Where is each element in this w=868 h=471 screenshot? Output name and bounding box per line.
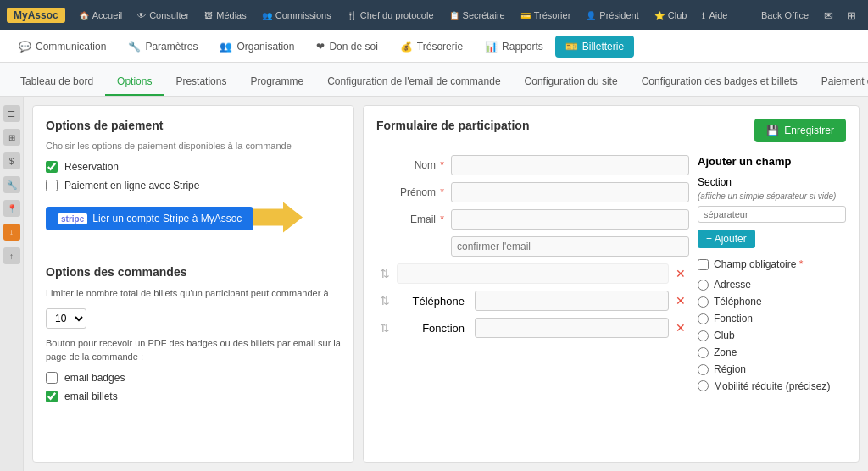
prenom-label: Prénom * (376, 186, 444, 198)
confirm-email-input[interactable] (451, 236, 689, 257)
tab-config-email[interactable]: Configuration de l'email de commande (315, 69, 512, 96)
nav-medias[interactable]: 🖼Médias (198, 7, 253, 24)
tab-config-badges[interactable]: Configuration des badges et billets (630, 69, 810, 96)
add-field-panel: Ajouter un champ Section (affiche un sim… (698, 155, 846, 399)
radio-fonction: Fonction (698, 313, 846, 324)
mandatory-star: * (799, 258, 804, 270)
tab-paiement-en-ligne[interactable]: Paiement en ligne (810, 69, 868, 96)
sidebar-icon-5[interactable]: 📍 (3, 200, 20, 217)
main-area: ☰ ⊞ $ 🔧 📍 ↓ ↑ Options de paiement Choisi… (0, 97, 868, 471)
nav-president[interactable]: 👤Président (579, 7, 645, 24)
radio-telephone: Téléphone (698, 296, 846, 308)
tab-programme[interactable]: Programme (238, 69, 315, 96)
stripe-checkbox[interactable] (46, 180, 58, 191)
sidebar-icon-2[interactable]: ⊞ (3, 129, 20, 146)
tab-tableau-de-bord[interactable]: Tableau de bord (8, 69, 105, 96)
sec-rapports[interactable]: 📊Rapports (475, 36, 554, 58)
brand-logo[interactable]: MyAssoc (7, 8, 65, 23)
delete-fonction-button[interactable]: ✕ (672, 321, 689, 335)
sortable-empty-row: ⇅ ✕ (376, 263, 689, 284)
email-input[interactable] (451, 209, 689, 230)
mandatory-checkbox[interactable] (698, 259, 709, 270)
orders-options-title: Options des commandes (46, 265, 341, 279)
radio-club-input[interactable] (698, 330, 709, 341)
radio-adresse-label: Adresse (714, 279, 751, 291)
delete-empty-button[interactable]: ✕ (672, 267, 689, 280)
sec-communication[interactable]: 💬Communication (8, 36, 116, 58)
email-badges-checkbox[interactable] (46, 372, 58, 384)
reservation-checkbox[interactable] (46, 161, 58, 173)
radio-telephone-label: Téléphone (714, 296, 762, 308)
save-button[interactable]: 💾 Enregistrer (754, 119, 846, 142)
panel-header: Formulaire de participation 💾 Enregistre… (376, 119, 846, 142)
payment-options-title: Options de paiement (46, 119, 341, 132)
nom-required-star: * (440, 159, 444, 171)
nav-back-office[interactable]: Back Office (754, 7, 815, 24)
email-required-star: * (440, 213, 444, 225)
sidebar-icon-1[interactable]: ☰ (3, 105, 20, 122)
sec-organisation[interactable]: 👥Organisation (209, 36, 304, 58)
nav-aide[interactable]: ℹAide (695, 7, 734, 24)
sec-billetterie[interactable]: 🎫Billetterie (555, 36, 634, 58)
sec-parametres[interactable]: 🔧Paramètres (118, 36, 208, 58)
nav-chef-protocole[interactable]: 🍴Chef du protocole (340, 7, 441, 24)
radio-zone-input[interactable] (698, 347, 709, 358)
nav-club[interactable]: ⭐Club (648, 7, 694, 24)
email-billets-checkbox[interactable] (46, 391, 58, 402)
nav-accueil[interactable]: 🏠Accueil (72, 7, 129, 24)
envelope-icon[interactable]: ✉ (817, 6, 840, 25)
formulaire-content: Nom * Prénom * Email * (376, 155, 846, 399)
nom-label: Nom * (376, 159, 444, 171)
plus-icon: + (706, 233, 712, 245)
sidebar-icon-6[interactable]: ↓ (3, 224, 20, 241)
nav-tresorier[interactable]: 💳Trésorier (514, 7, 578, 24)
sec-don-de-soi[interactable]: ❤Don de soi (306, 36, 387, 58)
pdf-text: Bouton pour recevoir un PDF des badges o… (46, 337, 341, 363)
prenom-input[interactable] (451, 182, 689, 202)
confirm-email-row (376, 236, 689, 257)
separator-input[interactable] (698, 206, 846, 223)
fonction-input[interactable] (475, 318, 669, 338)
svg-marker-0 (253, 202, 303, 233)
nav-consulter[interactable]: 👁Consulter (131, 7, 196, 24)
stripe-logo: stripe (58, 213, 87, 224)
radio-region: Région (698, 363, 846, 375)
form-fields-column: Nom * Prénom * Email * (376, 155, 689, 399)
email-row: Email * (376, 209, 689, 230)
limit-select[interactable]: 10 5 20 (46, 308, 86, 329)
radio-mobilite-input[interactable] (698, 380, 709, 391)
nav-secretaire[interactable]: 📋Secrétaire (442, 7, 512, 24)
radio-region-input[interactable] (698, 364, 709, 375)
telephone-input[interactable] (475, 291, 669, 311)
section-label: Section (698, 176, 846, 188)
tab-config-site[interactable]: Configuration du site (513, 69, 630, 96)
tab-prestations[interactable]: Prestations (164, 69, 238, 96)
divider (46, 252, 341, 252)
tab-options[interactable]: Options (105, 69, 164, 96)
fonction-sortable-label: Fonction (397, 322, 465, 335)
telephone-sortable-label: Téléphone (397, 295, 465, 308)
nom-row: Nom * (376, 155, 689, 175)
drag-handle-telephone[interactable]: ⇅ (376, 294, 393, 308)
section-hint: (affiche un simple séparateur si vide) (698, 191, 846, 201)
drag-handle-empty[interactable]: ⇅ (376, 267, 393, 280)
ajouter-button[interactable]: + Ajouter (698, 230, 755, 248)
sidebar-icon-4[interactable]: 🔧 (3, 176, 20, 193)
grid-icon[interactable]: ⊞ (842, 6, 861, 25)
nom-input[interactable] (451, 155, 689, 175)
radio-adresse-input[interactable] (698, 280, 709, 291)
reservation-label: Réservation (64, 161, 119, 173)
drag-handle-fonction[interactable]: ⇅ (376, 321, 393, 335)
sidebar-icon-3[interactable]: $ (3, 152, 20, 169)
stripe-link-button[interactable]: stripe Lier un compte Stripe à MyAssoc (46, 207, 253, 230)
secondary-navigation: 💬Communication 🔧Paramètres 👥Organisation… (0, 30, 868, 63)
nav-commissions[interactable]: 👥Commissions (255, 7, 338, 24)
radio-fonction-input[interactable] (698, 313, 709, 324)
limit-select-row: 10 5 20 (46, 308, 341, 329)
sec-tresorerie[interactable]: 💰Trésorerie (390, 36, 473, 58)
email-badges-row: email badges (46, 372, 341, 384)
mandatory-checkbox-row: Champ obligatoire * (698, 258, 846, 270)
sidebar-icon-7[interactable]: ↑ (3, 247, 20, 264)
radio-telephone-input[interactable] (698, 296, 709, 308)
delete-telephone-button[interactable]: ✕ (672, 294, 689, 308)
